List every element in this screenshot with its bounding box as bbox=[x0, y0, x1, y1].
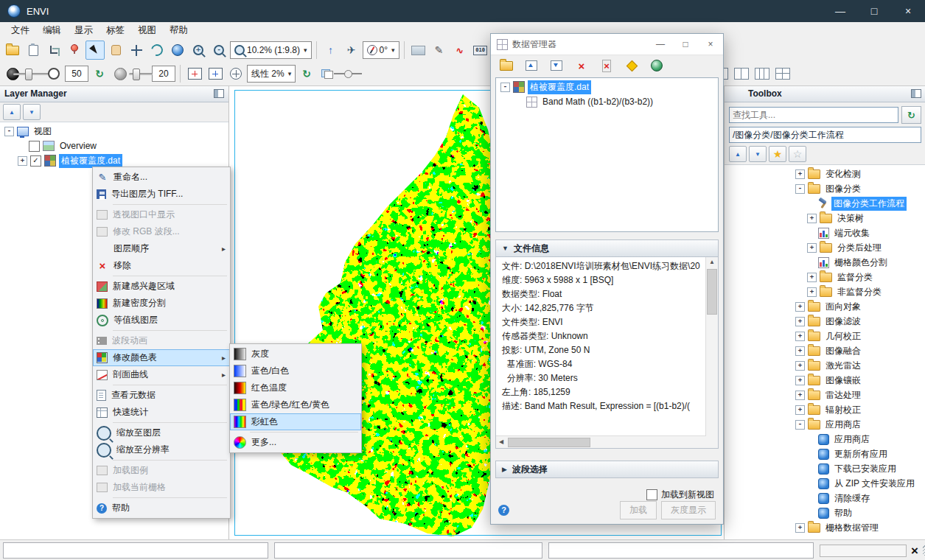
tree-row[interactable]: 端元收集 bbox=[725, 225, 925, 240]
context-menu-item[interactable]: 新建密度分割 bbox=[93, 295, 230, 312]
layer-checkbox[interactable] bbox=[29, 141, 40, 152]
panorama-button[interactable] bbox=[409, 41, 428, 60]
context-menu-item[interactable]: 加载图例 bbox=[93, 462, 230, 479]
stretch-dropdown[interactable]: 线性 2%▾ bbox=[247, 65, 296, 83]
zoom-in-button[interactable] bbox=[189, 41, 208, 60]
refresh-button[interactable]: ↻ bbox=[90, 64, 109, 83]
color-menu-item[interactable]: 蓝色/白色 bbox=[230, 363, 361, 379]
color-menu-item[interactable]: 彩虹色 bbox=[230, 413, 361, 430]
menu-item-0[interactable]: 文件 bbox=[4, 24, 36, 37]
globe-net-button[interactable] bbox=[647, 56, 666, 75]
tree-row[interactable]: 栅格颜色分割 bbox=[725, 255, 925, 270]
remove-all-button[interactable]: × bbox=[597, 56, 616, 75]
open-folder-button[interactable] bbox=[3, 41, 22, 60]
context-menu-item[interactable]: ?帮助 bbox=[93, 500, 230, 517]
remove-red-button[interactable]: × bbox=[572, 56, 591, 75]
tree-row[interactable]: 帮助 bbox=[725, 505, 925, 520]
context-menu-item[interactable]: 透视图口中显示 bbox=[93, 206, 230, 223]
expander-icon[interactable]: - bbox=[795, 184, 805, 194]
tree-row[interactable]: +面向对象 bbox=[725, 299, 925, 314]
expander-icon[interactable]: + bbox=[795, 361, 805, 371]
tree-row[interactable]: Band Math ((b1-b2)/(b3-b2)) bbox=[496, 94, 718, 109]
arrow-up-button[interactable]: ↑ bbox=[321, 41, 341, 60]
gray-display-button[interactable]: 灰度显示 bbox=[661, 501, 716, 519]
tree-row[interactable]: 图像分类工作流程 bbox=[725, 196, 925, 211]
minimize-button[interactable]: — bbox=[823, 0, 857, 22]
expander-icon[interactable]: + bbox=[795, 169, 805, 179]
context-menu-item[interactable]: 修改 RGB 波段... bbox=[93, 223, 230, 240]
color-menu-item[interactable]: 红色温度 bbox=[230, 379, 361, 396]
crop-button[interactable] bbox=[44, 41, 63, 60]
tree-row[interactable]: +监督分类 bbox=[725, 270, 925, 284]
tree-row[interactable]: +栅格数据管理 bbox=[725, 520, 925, 535]
mini-slider-button[interactable] bbox=[338, 64, 357, 83]
expander-icon[interactable]: + bbox=[795, 346, 805, 356]
tree-row[interactable]: -植被覆盖度.dat bbox=[496, 80, 718, 94]
favorite-outline-button[interactable]: ☆ bbox=[789, 146, 806, 162]
down-btn-button[interactable]: ▼ bbox=[23, 104, 41, 120]
tree-row[interactable]: +图像镶嵌 bbox=[725, 373, 925, 388]
tree-row[interactable]: 更新所有应用 bbox=[725, 447, 925, 461]
minimize-button[interactable]: — bbox=[648, 34, 673, 55]
view-box1-button[interactable] bbox=[522, 56, 541, 75]
up-btn-button[interactable]: ▲ bbox=[3, 104, 21, 120]
up-btn-button[interactable]: ▲ bbox=[729, 146, 747, 162]
layout-grid-button[interactable] bbox=[753, 64, 772, 83]
toolbox-hscrollbar[interactable] bbox=[820, 545, 907, 557]
clipboard-button[interactable] bbox=[24, 41, 43, 60]
slider-lg-button[interactable] bbox=[24, 64, 43, 83]
select-cursor-button[interactable] bbox=[85, 41, 105, 60]
expander-icon[interactable]: + bbox=[795, 405, 805, 415]
vertical-scrollbar[interactable]: ▲ bbox=[705, 257, 718, 436]
maximize-button[interactable]: □ bbox=[673, 34, 698, 55]
vscroll-thumb[interactable] bbox=[707, 269, 717, 315]
pencil-button[interactable]: ✎ bbox=[430, 41, 449, 60]
tree-row[interactable]: +几何校正 bbox=[725, 329, 925, 343]
airplane-button[interactable]: ✈ bbox=[342, 41, 361, 60]
color-menu-item[interactable]: 蓝色/绿色/红色/黄色 bbox=[230, 396, 361, 413]
contrast-value[interactable]: 20 bbox=[152, 66, 175, 82]
zoom-window-button[interactable] bbox=[185, 64, 204, 83]
help-icon[interactable]: ? bbox=[498, 505, 509, 516]
expander-icon[interactable]: + bbox=[807, 243, 817, 253]
tree-row[interactable]: +非监督分类 bbox=[725, 284, 925, 299]
expander-icon[interactable]: + bbox=[795, 302, 805, 312]
context-menu-item[interactable]: 波段动画 bbox=[93, 332, 230, 349]
horizontal-scrollbar[interactable]: ◀ bbox=[496, 435, 706, 448]
tree-row[interactable]: +辐射校正 bbox=[725, 402, 925, 417]
close-button[interactable]: × bbox=[698, 34, 723, 55]
layout-quad-button[interactable] bbox=[773, 64, 792, 83]
maximize-button[interactable]: □ bbox=[857, 0, 891, 22]
toolbox-refresh-button[interactable]: ↻ bbox=[901, 106, 921, 124]
view-box2-button[interactable] bbox=[547, 56, 566, 75]
context-menu-item[interactable]: 快速统计 bbox=[93, 404, 230, 421]
context-menu-item[interactable]: 修改颜色表▸ bbox=[93, 349, 230, 366]
brightness-value[interactable]: 50 bbox=[65, 66, 88, 82]
menu-item-4[interactable]: 视图 bbox=[131, 24, 163, 37]
menu-item-5[interactable]: 帮助 bbox=[163, 24, 195, 37]
expander-icon[interactable]: - bbox=[795, 420, 805, 430]
tree-row[interactable]: +✓植被覆盖度.dat bbox=[0, 153, 228, 168]
expander-icon[interactable]: - bbox=[500, 83, 510, 92]
band-select-section-header[interactable]: ▶ 波段选择 bbox=[495, 461, 719, 478]
zoom-window2-button[interactable] bbox=[206, 64, 225, 83]
wand-button[interactable] bbox=[622, 56, 641, 75]
center-target-button[interactable] bbox=[226, 64, 245, 83]
color-menu-item[interactable]: 更多... bbox=[230, 434, 361, 451]
context-menu-item[interactable]: 加载当前栅格 bbox=[93, 479, 230, 496]
close-search-icon[interactable]: × bbox=[911, 545, 918, 557]
expander-icon[interactable]: + bbox=[795, 391, 805, 400]
expander-icon[interactable]: + bbox=[807, 214, 817, 223]
expander-icon[interactable]: - bbox=[4, 127, 14, 136]
expander-icon[interactable]: + bbox=[807, 287, 817, 297]
menu-item-3[interactable]: 标签 bbox=[100, 24, 131, 37]
expander-icon[interactable]: + bbox=[807, 273, 817, 282]
tree-row[interactable]: +图像滤波 bbox=[725, 314, 925, 329]
context-menu-item[interactable]: 新建感兴趣区域 bbox=[93, 278, 230, 295]
expander-icon[interactable]: + bbox=[795, 317, 805, 326]
pan-hand-button[interactable] bbox=[106, 41, 125, 60]
load-button[interactable]: 加载 bbox=[620, 501, 657, 519]
menu-item-2[interactable]: 显示 bbox=[68, 24, 100, 37]
tree-row[interactable]: 应用商店 bbox=[725, 432, 925, 447]
layout-two-button[interactable] bbox=[732, 64, 751, 83]
